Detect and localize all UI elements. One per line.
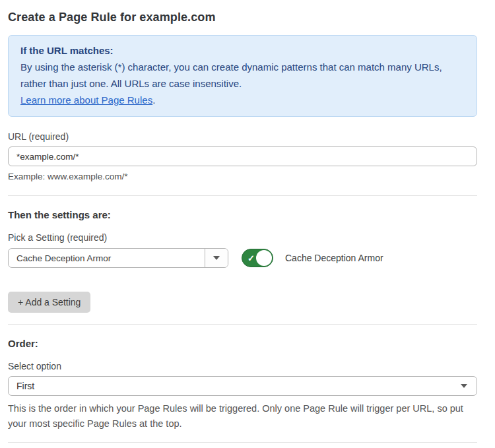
caret-down-icon [213, 256, 220, 260]
setting-select-arrow-button[interactable] [205, 249, 228, 267]
setting-select[interactable]: Cache Deception Armor [8, 248, 228, 268]
info-box-body: By using the asterisk (*) character, you… [20, 59, 465, 108]
cache-deception-armor-toggle[interactable]: ✓ [242, 249, 273, 267]
url-example-helper: Example: www.example.com/* [8, 172, 477, 181]
setting-select-value: Cache Deception Armor [9, 253, 205, 263]
url-field-label: URL (required) [8, 131, 477, 142]
toggle-knob [256, 250, 272, 266]
info-box-heading: If the URL matches: [20, 42, 465, 59]
divider [8, 442, 477, 443]
order-select-value: First [9, 381, 461, 391]
order-helper-text: This is the order in which your Page Rul… [8, 401, 477, 432]
setting-toggle-group: ✓ Cache Deception Armor [242, 249, 383, 267]
pick-setting-label: Pick a Setting (required) [8, 232, 477, 243]
page-title: Create a Page Rule for example.com [8, 11, 477, 24]
check-icon: ✓ [248, 254, 255, 263]
settings-section-heading: Then the settings are: [8, 209, 477, 220]
order-section-heading: Order: [8, 338, 477, 349]
caret-down-icon [461, 384, 467, 388]
info-box-body-text: By using the asterisk (*) character, you… [20, 61, 442, 89]
order-select-label: Select option [8, 361, 477, 371]
create-page-rule-panel: Create a Page Rule for example.com If th… [0, 0, 495, 448]
link-period: . [152, 94, 155, 106]
learn-more-link[interactable]: Learn more about Page Rules [20, 94, 152, 106]
divider [8, 195, 477, 196]
add-setting-button[interactable]: + Add a Setting [8, 292, 90, 313]
setting-row: Cache Deception Armor ✓ Cache Deception … [8, 248, 477, 268]
toggle-label: Cache Deception Armor [285, 253, 383, 263]
url-matches-info-box: If the URL matches: By using the asteris… [8, 35, 477, 117]
divider [8, 324, 477, 325]
order-select[interactable]: First [8, 376, 477, 396]
url-input[interactable] [8, 146, 477, 166]
